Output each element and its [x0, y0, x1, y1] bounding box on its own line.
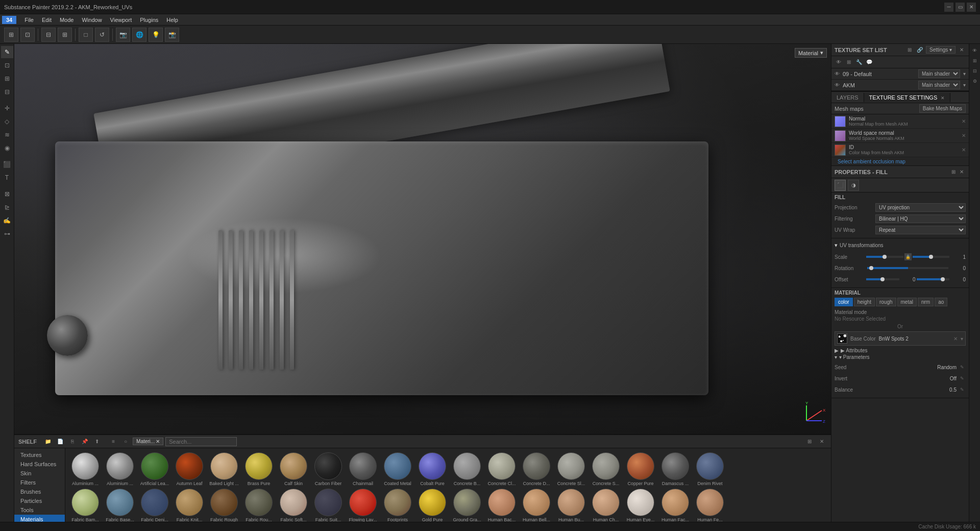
mat-tab-nrm[interactable]: nrm: [918, 298, 934, 306]
tool-blur[interactable]: ◉: [1, 142, 13, 154]
shelf-copy-btn[interactable]: ⎘: [67, 437, 78, 447]
right-sidebar-btn-2[interactable]: ⊞: [970, 56, 979, 65]
menu-edit[interactable]: Edit: [38, 16, 56, 24]
material-item-12[interactable]: Human Bac...: [486, 489, 518, 523]
shelf-nav-textures[interactable]: Textures: [14, 450, 65, 460]
texture-set-icon1[interactable]: 👁: [835, 58, 843, 66]
mesh-map-normal-close[interactable]: ✕: [962, 118, 966, 124]
material-item-1[interactable]: Aluminium ...: [104, 452, 136, 487]
material-item-9[interactable]: Footprints: [382, 489, 413, 523]
bake-mesh-maps-btn[interactable]: Bake Mesh Maps: [919, 104, 966, 113]
texture-set-item-akm[interactable]: 👁 AKM Main shader ▾: [831, 80, 969, 91]
param-balance-edit-btn[interactable]: ✎: [959, 386, 966, 393]
fill-layer-btn[interactable]: ⬛: [835, 180, 846, 191]
shader-select-default[interactable]: Main shader: [918, 69, 960, 78]
shelf-close-btn[interactable]: ✕: [817, 437, 827, 447]
menu-viewport[interactable]: Viewport: [106, 16, 136, 24]
shelf-search-input[interactable]: [165, 437, 237, 446]
uv-scale-slider-left[interactable]: [866, 256, 903, 258]
uv-transform-toggle[interactable]: ▾ UV transformations: [835, 240, 966, 250]
texture-set-icon2[interactable]: ⊞: [845, 58, 853, 66]
material-item-15[interactable]: Concrete S...: [590, 452, 622, 487]
material-item-17[interactable]: Human Fac...: [659, 489, 691, 523]
tool-measure[interactable]: ⊵: [1, 201, 13, 213]
menu-window[interactable]: Window: [78, 16, 106, 24]
tool-paint[interactable]: ✎: [1, 46, 13, 58]
toolbar-rotate-btn[interactable]: ↺: [95, 28, 109, 42]
properties-close-btn[interactable]: ✕: [958, 168, 966, 176]
toolbar-grid-btn[interactable]: ⊡: [20, 28, 35, 42]
tool-select[interactable]: ⊠: [1, 188, 13, 200]
right-sidebar-btn-1[interactable]: 👁: [970, 46, 979, 55]
eye-icon-akm[interactable]: 👁: [835, 82, 840, 88]
mat-tab-metal[interactable]: metal: [897, 298, 917, 306]
toolbar-light-btn[interactable]: 💡: [149, 28, 163, 42]
tab-texture-set-settings[interactable]: TEXTURE SET SETTINGS ✕: [864, 93, 951, 102]
shelf-folder-btn[interactable]: 📁: [43, 437, 53, 447]
material-item-11[interactable]: Ground Gra...: [451, 489, 483, 523]
material-item-13[interactable]: Concrete D...: [521, 452, 552, 487]
uv-scale-slider-right[interactable]: [913, 256, 950, 258]
material-item-8[interactable]: Chainmail: [347, 452, 379, 487]
material-item-18[interactable]: Human Fe...: [694, 489, 726, 523]
shelf-nav-particles[interactable]: Particles: [14, 496, 65, 505]
tool-clone[interactable]: ⊟: [1, 86, 13, 98]
material-item-2[interactable]: Fabric Deni...: [139, 489, 170, 523]
fill-projection-select[interactable]: UV projection: [875, 203, 966, 212]
shader-select-akm[interactable]: Main shader: [918, 81, 960, 89]
uv-scale-lock-btn[interactable]: 🔒: [904, 253, 912, 260]
tool-annotation[interactable]: ✍: [1, 214, 13, 227]
menu-mode[interactable]: Mode: [56, 16, 78, 24]
material-item-14[interactable]: Human Bu...: [555, 489, 587, 523]
properties-expand-btn[interactable]: ⊞: [949, 168, 958, 176]
menu-file[interactable]: File: [20, 16, 38, 24]
tool-bake[interactable]: ⊶: [1, 228, 13, 240]
material-item-10[interactable]: Cobalt Pure: [416, 452, 448, 487]
right-sidebar-btn-4[interactable]: ⚙: [970, 77, 979, 86]
material-item-10[interactable]: Gold Pure: [416, 489, 448, 523]
texture-set-icon4[interactable]: 💬: [865, 58, 873, 66]
shelf-filter-tag[interactable]: Materi... ✕: [133, 438, 163, 445]
material-item-6[interactable]: Fabric Soft...: [278, 489, 309, 523]
attributes-toggle[interactable]: ▶ ▶ Attributes: [835, 348, 966, 353]
shelf-nav-hard-surfaces[interactable]: Hard Surfaces: [14, 460, 65, 469]
mat-tab-ao[interactable]: ao: [935, 298, 947, 306]
viewport-mode-dropdown[interactable]: Material ▾: [795, 48, 827, 58]
tab-close-btn[interactable]: ✕: [941, 95, 945, 101]
tool-fill[interactable]: ⬛: [1, 158, 13, 171]
shelf-nav-skin[interactable]: Skin: [14, 469, 65, 478]
menu-plugins[interactable]: Plugins: [136, 16, 162, 24]
fill-filtering-select[interactable]: Bilinear | HQ: [875, 214, 966, 223]
material-item-2[interactable]: Artificial Lea...: [139, 452, 170, 487]
material-item-6[interactable]: Calf Skin: [278, 452, 309, 487]
material-item-5[interactable]: Brass Pure: [243, 452, 275, 487]
texture-set-link-btn[interactable]: 🔗: [916, 46, 924, 54]
toolbar-env-btn[interactable]: 🌐: [132, 28, 146, 42]
material-item-4[interactable]: Baked Light ...: [208, 452, 240, 487]
texture-set-settings-btn[interactable]: Settings ▾: [926, 46, 955, 54]
uv-offset-slider-y[interactable]: [917, 278, 950, 280]
material-item-16[interactable]: Copper Pure: [625, 452, 656, 487]
minimize-button[interactable]: ─: [944, 3, 953, 12]
material-item-0[interactable]: Fabric Bam...: [69, 489, 101, 523]
param-seed-edit-btn[interactable]: ✎: [959, 364, 966, 371]
tool-smudge[interactable]: ≋: [1, 129, 13, 141]
base-color-dropdown-btn[interactable]: ▾: [961, 336, 963, 342]
material-item-4[interactable]: Fabric Rough: [208, 489, 240, 523]
shelf-circle-btn[interactable]: ○: [120, 437, 131, 447]
material-item-3[interactable]: Autumn Leaf: [174, 452, 205, 487]
shelf-filter-close[interactable]: ✕: [156, 439, 160, 444]
menu-help[interactable]: Help: [162, 16, 182, 24]
shelf-import-btn[interactable]: ⬆: [92, 437, 102, 447]
texture-set-icon3[interactable]: 🔧: [855, 58, 863, 66]
mat-tab-color[interactable]: color: [835, 298, 853, 306]
material-item-16[interactable]: Human Eye...: [625, 489, 656, 523]
material-item-12[interactable]: Concrete Cl...: [486, 452, 518, 487]
material-item-1[interactable]: Fabric Base...: [104, 489, 136, 523]
tool-geometry[interactable]: ◇: [1, 115, 13, 128]
param-invert-edit-btn[interactable]: ✎: [959, 375, 966, 382]
tool-erase[interactable]: ⊡: [1, 59, 13, 71]
mesh-map-id-close[interactable]: ✕: [962, 147, 966, 153]
uv-rotation-slider[interactable]: [867, 267, 948, 269]
shelf-nav-filters[interactable]: Filters: [14, 478, 65, 487]
